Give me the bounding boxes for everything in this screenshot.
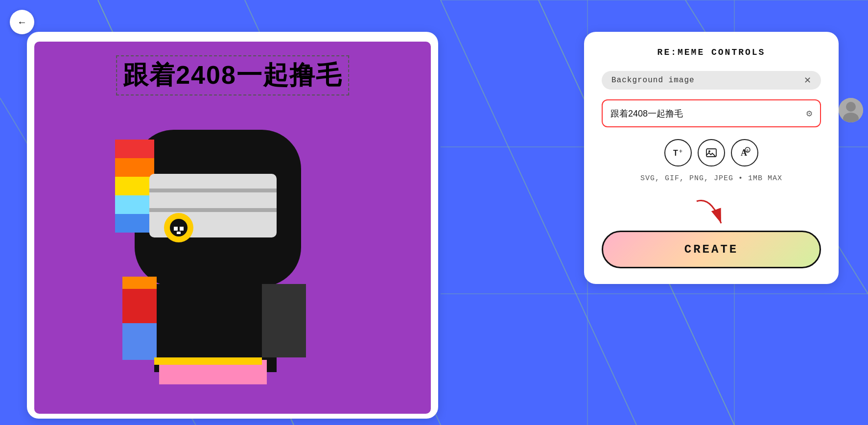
avatar — [839, 98, 863, 122]
svg-point-14 — [708, 150, 710, 152]
create-button[interactable]: CREATE — [602, 231, 821, 268]
add-text-button[interactable]: T + — [664, 139, 692, 166]
meme-image-area: 跟着2408一起撸毛 — [34, 42, 431, 414]
font-icon: A a — [739, 147, 751, 159]
action-buttons-row: T + A a — [602, 139, 821, 166]
controls-panel: RE:MEME CONTROLS Background image ✕ ⚙ T … — [584, 32, 839, 284]
text-plus-icon: T + — [672, 147, 684, 159]
pixel-art-canvas — [95, 110, 370, 414]
svg-text:+: + — [679, 148, 682, 155]
bg-image-chip: Background image ✕ — [602, 71, 821, 90]
meme-text-overlay: 跟着2408一起撸毛 — [116, 55, 349, 95]
controls-title: RE:MEME CONTROLS — [602, 47, 821, 57]
image-icon — [705, 147, 717, 159]
add-image-button[interactable] — [698, 139, 725, 166]
svg-point-20 — [846, 102, 856, 112]
back-icon: ← — [17, 17, 27, 28]
file-format-text: SVG, GIF, PNG, JPEG • 1MB MAX — [602, 174, 821, 183]
preview-card: 跟着2408一起撸毛 — [27, 32, 438, 419]
svg-text:T: T — [673, 149, 678, 157]
red-arrow — [682, 196, 741, 231]
text-input-wrapper: ⚙ — [602, 99, 821, 127]
chip-close-button[interactable]: ✕ — [804, 76, 811, 85]
settings-icon[interactable]: ⚙ — [806, 107, 812, 119]
svg-text:a: a — [746, 148, 749, 153]
text-input[interactable] — [610, 108, 806, 118]
back-button[interactable]: ← — [10, 10, 34, 34]
font-style-button[interactable]: A a — [731, 139, 758, 166]
meme-text: 跟着2408一起撸毛 — [123, 61, 342, 89]
chip-label: Background image — [611, 76, 695, 85]
